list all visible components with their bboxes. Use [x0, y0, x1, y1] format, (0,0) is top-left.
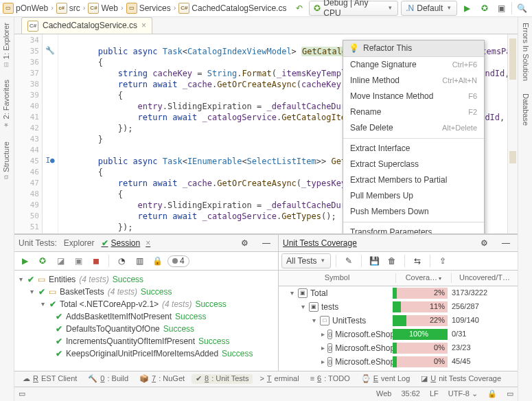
debug-button[interactable]: ✪ [477, 1, 491, 15]
menu-item[interactable]: Move Instance MethodF6 [343, 89, 484, 104]
status-web[interactable]: Web [376, 389, 391, 399]
test-count-badge[interactable]: 4 [167, 255, 189, 267]
chevron-icon[interactable]: ▸ [321, 330, 325, 339]
run-button[interactable]: ▶ [17, 254, 32, 268]
status-encoding[interactable]: UTF-8 ⌄ [448, 389, 478, 399]
rail-tab-structure[interactable]: ⧉Structure [2, 141, 12, 179]
coverage-body[interactable]: ▾ ▣ Total 2% 3173/3222 ▾ ▣ tests 11% 256… [279, 286, 518, 371]
coverage-row[interactable]: ▾ ▣ Total 2% 3173/3222 [279, 286, 518, 300]
test-leaf[interactable]: ✔AddsBasketItemIfNotPresent Success [16, 310, 277, 323]
rail-tab-errors[interactable]: Errors In Solution [520, 23, 530, 81]
run-target-selector[interactable]: .N Default ▾ [401, 1, 457, 16]
coverage-row[interactable]: ▾ ▣ tests 11% 256/287 [279, 300, 518, 314]
chevron-down-icon[interactable]: ▾ [28, 288, 35, 297]
menu-item[interactable]: Change SignatureCtrl+F6 [343, 57, 484, 73]
test-leaf[interactable]: ✔DefaultsToQuantityOfOne Success [16, 323, 277, 335]
menu-item[interactable]: Inline MethodCtrl+Alt+N [343, 73, 484, 89]
close-icon[interactable]: × [146, 238, 150, 249]
chevron-down-icon[interactable]: ▾ [39, 300, 46, 309]
tool-window-tab[interactable]: ◪Unit Tests Coverage [417, 374, 505, 384]
check-icon: ✔ [102, 238, 108, 249]
export-icon[interactable]: ⇪ [435, 254, 450, 268]
rail-tab-database[interactable]: Database [520, 93, 530, 126]
lock-icon[interactable]: 🔒 [150, 254, 165, 268]
test-leaf[interactable]: ✔KeepsOriginalUnitPriceIfMoreItemsAdded … [16, 347, 277, 360]
check-icon: ✔ [49, 299, 56, 310]
tool-window-tab[interactable]: ☁REST Client [19, 374, 81, 384]
chevron-icon[interactable]: ▸ [321, 344, 325, 353]
status-line-ending[interactable]: LF [430, 389, 439, 399]
menu-item[interactable]: Push Members Down [343, 204, 484, 220]
menu-item[interactable]: Pull Members Up [343, 188, 484, 204]
col-coverage[interactable]: Covera… ▾ [395, 273, 451, 283]
status-caret-pos[interactable]: 35:62 [401, 389, 420, 399]
gear-icon[interactable]: ⚙ [237, 236, 252, 250]
tool-window-tab[interactable]: ✔8: Unit Tests [192, 374, 253, 384]
menu-item[interactable]: Transform Parameters [343, 225, 484, 234]
coverage-row[interactable]: ▾ □ UnitTests 22% 109/140 [279, 314, 518, 328]
readonly-lock-icon[interactable]: 🔒 [487, 389, 497, 399]
nav-back-button[interactable]: ↶ [292, 1, 306, 15]
menu-item[interactable]: Safe DeleteAlt+Delete [343, 120, 484, 136]
status-icon[interactable]: ▭ [19, 389, 25, 399]
test-node-label: BasketTests [60, 287, 104, 297]
clock-icon[interactable]: ◔ [114, 254, 129, 268]
test-tree[interactable]: ▾✔▭Entities (4 tests) Success ▾✔▭BasketT… [14, 271, 278, 371]
col-symbol[interactable]: Symbol [279, 273, 395, 283]
chevron-icon[interactable]: ▾ [299, 303, 306, 312]
tool-window-tab[interactable]: ⌚Event Log [357, 374, 415, 384]
status-indicator[interactable]: ▭ [507, 389, 513, 399]
run-config-selector[interactable]: ✪ Debug | Any CPU ▾ [309, 1, 398, 16]
chevron-down-icon: ▾ [387, 4, 393, 12]
debug-button[interactable]: ✪ [35, 254, 50, 268]
search-button[interactable]: 🔍 [515, 1, 529, 15]
breadcrumb-seg[interactable]: C#CachedCatalogService.cs [178, 3, 286, 14]
menu-item[interactable]: Extract Superclass [343, 157, 484, 172]
coverage-row[interactable]: ▸ {} Microsoft.eShopWeb.Un 0% 23/23 [279, 341, 518, 355]
profile-button[interactable]: ▣ [71, 254, 86, 268]
code-editor[interactable]: 34353637383940414243444546474849505152 🔧… [14, 34, 518, 234]
highlight-icon[interactable]: ✎ [341, 254, 356, 268]
tool-window-tab[interactable]: ≡6: TODO [306, 374, 354, 384]
stop-button[interactable]: ◼ [89, 254, 104, 268]
close-icon[interactable]: × [141, 21, 146, 31]
tool-window-tab[interactable]: 🔨0: Build [84, 374, 132, 384]
minimize-icon[interactable]: — [498, 236, 513, 250]
coverage-button[interactable]: ◪ [53, 254, 68, 268]
breadcrumb-seg[interactable]: c#src [56, 3, 80, 14]
rail-tab-favorites[interactable]: ★2: Favorites [2, 80, 12, 128]
gear-icon[interactable]: ⚙ [476, 236, 491, 250]
tab-session[interactable]: ✔Session× [102, 238, 151, 249]
csharp-file-icon: C# [27, 21, 38, 32]
attach-button[interactable]: ▣ [494, 1, 509, 15]
settings-icon[interactable]: ⇆ [410, 254, 425, 268]
delete-icon[interactable]: 🗑 [384, 254, 400, 268]
coverage-row[interactable]: ▸ {} Microsoft.eShopWeb.Un 0% 45/45 [279, 355, 518, 369]
breadcrumb-seg[interactable]: ▭pOnWeb [3, 3, 48, 14]
breadcrumb-seg[interactable]: C#Web [88, 3, 117, 14]
tool-icon: > [259, 374, 264, 384]
save-icon[interactable]: 💾 [367, 254, 382, 268]
editor-tab[interactable]: C# CachedCatalogService.cs × [21, 17, 152, 34]
chevron-icon[interactable]: ▾ [288, 289, 295, 298]
menu-item[interactable]: Extract Members to Partial [343, 172, 484, 188]
group-icon[interactable]: ▥ [132, 254, 147, 268]
minimize-icon[interactable]: — [259, 236, 274, 250]
minimap[interactable] [507, 34, 518, 233]
chevron-down-icon[interactable]: ▾ [17, 275, 24, 284]
col-uncovered[interactable]: Uncovered/T… [451, 273, 518, 283]
menu-item[interactable]: Extract Interface [343, 141, 484, 157]
breadcrumb-seg[interactable]: ▭Services [126, 3, 171, 14]
coverage-filter[interactable]: All Tests▾ [281, 253, 331, 268]
tool-window-tab[interactable]: 📦7: NuGet [135, 374, 189, 384]
tab-explorer[interactable]: Explorer [64, 238, 95, 249]
run-button[interactable]: ▶ [460, 1, 474, 15]
test-leaf[interactable]: ✔IncrementsQuantityOfItemIfPresent Succe… [16, 335, 277, 347]
tool-window-tab[interactable]: >Terminal [255, 374, 303, 384]
chevron-down-icon: ▾ [446, 4, 452, 12]
chevron-icon[interactable]: ▾ [310, 317, 317, 325]
menu-item[interactable]: RenameF2 [343, 104, 484, 120]
coverage-row[interactable]: ▸ {} Microsoft.eShopWeb.Un 100% 0/31 [279, 328, 518, 341]
chevron-icon[interactable]: ▸ [321, 358, 325, 367]
rail-tab-explorer[interactable]: ⊟1: Explorer [2, 23, 12, 67]
